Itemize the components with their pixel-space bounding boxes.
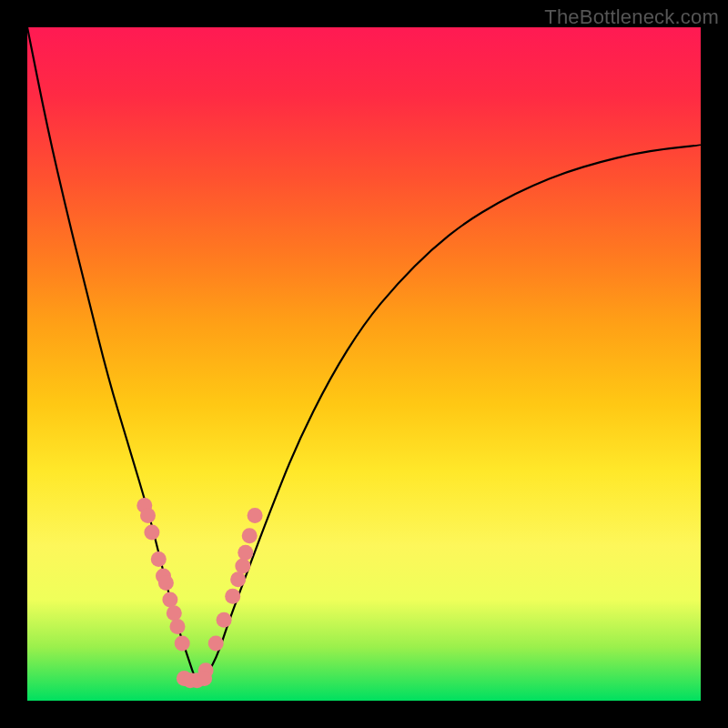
data-dot bbox=[230, 571, 246, 587]
dot-group bbox=[136, 498, 262, 688]
watermark-text: TheBottleneck.com bbox=[544, 5, 719, 29]
data-dot bbox=[158, 575, 174, 591]
data-dot bbox=[151, 551, 167, 567]
plot-area bbox=[27, 27, 701, 701]
data-dot bbox=[170, 619, 186, 634]
data-dot bbox=[217, 612, 232, 628]
data-dot bbox=[177, 671, 192, 686]
data-dot bbox=[208, 636, 224, 652]
data-dot bbox=[189, 672, 205, 688]
data-dot bbox=[156, 569, 171, 584]
data-dot bbox=[175, 636, 190, 652]
data-dot bbox=[235, 559, 250, 574]
bottleneck-curve bbox=[27, 27, 701, 681]
chart-frame: TheBottleneck.com bbox=[0, 0, 728, 728]
data-dot bbox=[136, 498, 152, 513]
chart-svg bbox=[27, 27, 701, 701]
data-dot bbox=[225, 589, 240, 604]
data-dot bbox=[197, 671, 212, 686]
data-dot bbox=[162, 592, 177, 608]
data-dot bbox=[248, 508, 263, 523]
data-dot bbox=[144, 525, 159, 541]
data-dot bbox=[242, 528, 258, 543]
data-dot bbox=[198, 662, 214, 678]
data-dot bbox=[238, 545, 253, 561]
data-dot bbox=[140, 508, 156, 523]
data-dot bbox=[167, 605, 182, 621]
data-dot bbox=[183, 672, 198, 688]
